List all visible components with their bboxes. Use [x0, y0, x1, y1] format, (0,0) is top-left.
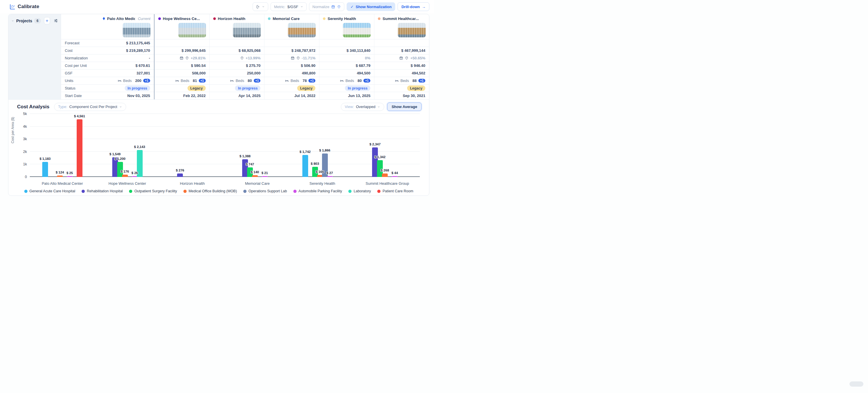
normalization-cell: +29.81%	[155, 54, 210, 62]
project-column-3: Horizon Health$ 68,925,068+13.99%$ 275.7…	[210, 14, 265, 99]
bar-value-label: $ 26	[131, 171, 138, 175]
bar-value-label: $ 803	[311, 162, 319, 165]
project-column-header[interactable]: Palo Alto Medical ...Current	[99, 14, 154, 23]
forecast-cell	[265, 39, 319, 47]
units-extra-badge: +1	[308, 79, 315, 83]
filter-sliders-icon[interactable]	[54, 18, 58, 23]
show-average-button[interactable]: Show Average	[387, 103, 422, 111]
location-icon	[240, 56, 244, 60]
status-badge: In progress	[345, 85, 370, 91]
forecast-cell	[374, 39, 429, 47]
bar-rehabilitation-hospital[interactable]	[177, 173, 183, 177]
y-tick-4k: 4k	[23, 124, 27, 129]
metric-dropdown[interactable]: Metric: $/GSF	[271, 2, 307, 11]
units-cell: Beds88+1	[374, 77, 429, 84]
gsf-cell: 250,000	[210, 69, 265, 77]
project-name: Horizon Health	[218, 17, 245, 21]
bar-value-label: $ 2,347	[370, 142, 380, 146]
normalization-cell: -11.71%	[265, 54, 319, 62]
project-column-2: Hope Wellness Ce...$ 299,996,645+29.81%$…	[155, 14, 210, 99]
y-axis-label: Cost per Area ($)	[11, 117, 15, 143]
y-tick-2k: 2k	[23, 150, 27, 154]
project-column-header[interactable]: Memorial Care	[265, 14, 319, 23]
cost-per-unit-cell: $ 946.40	[374, 62, 429, 69]
project-column-header[interactable]: Serenity Health	[319, 14, 374, 23]
units-cell: Beds81+1	[155, 77, 210, 84]
export-button[interactable]	[253, 2, 268, 11]
bar-automobile-parking-facility[interactable]	[392, 176, 398, 177]
cost-per-unit-cell: $ 590.54	[155, 62, 210, 69]
project-column-header[interactable]: Horizon Health	[210, 14, 265, 23]
start-date-cell: Feb 22, 2022	[155, 92, 210, 99]
project-column-4: Memorial Care$ 248,787,972-11.71%$ 506.9…	[264, 14, 319, 99]
chart-plot-area: 01k2k3k4k5k$ 1,183$ 1,742$ 1,549$ 276$ 1…	[30, 114, 420, 177]
type-value: Component Cost Per Project	[69, 105, 117, 109]
units-type-label: Beds	[123, 79, 132, 83]
project-photo-row	[210, 23, 265, 39]
category-label: Serenity Health	[290, 181, 355, 186]
status-cell: Legacy	[265, 84, 319, 92]
project-column-header[interactable]: Hope Wellness Ce...	[155, 14, 210, 23]
category-label: Hope Wellness Center	[95, 181, 160, 186]
add-project-button[interactable]: +	[44, 17, 50, 24]
normalization-percent: -	[149, 56, 150, 60]
units-cell: Beds78+1	[265, 77, 319, 84]
units-extra-badge: +1	[418, 79, 425, 83]
bar-automobile-parking-facility[interactable]	[262, 176, 268, 177]
project-name: Palo Alto Medical ...	[107, 17, 135, 21]
forecast-cell	[210, 39, 265, 47]
cost-cell: $ 340,113,840	[319, 47, 374, 54]
status-badge: Legacy	[187, 85, 206, 91]
bed-icon	[175, 79, 179, 83]
bar-medical-office-building-mob-[interactable]	[122, 175, 128, 177]
bed-icon	[285, 79, 289, 83]
bar-automobile-parking-facility[interactable]	[67, 176, 73, 177]
project-column-header[interactable]: Summit Healthcar...	[374, 14, 429, 23]
units-cell: Beds200+1	[99, 77, 154, 84]
project-photo	[123, 23, 151, 37]
project-color-dot	[323, 18, 326, 20]
cost-cell: $ 299,996,645	[155, 47, 210, 54]
location-pin-icon[interactable]	[337, 5, 341, 9]
bar-value-label: $ 276	[176, 169, 184, 172]
show-normalization-button[interactable]: ✓ Show Normalization	[347, 2, 395, 11]
bar-outpatient-surgery-facility[interactable]	[117, 162, 123, 177]
normalization-cell: +13.99%	[210, 54, 265, 62]
project-name: Hope Wellness Ce...	[163, 17, 200, 21]
drilldown-button[interactable]: Drill-down →	[398, 2, 429, 11]
bar-medical-office-building-mob-[interactable]	[57, 175, 63, 177]
forecast-cell	[319, 39, 374, 47]
row-label-cost-per-unit: Cost per Unit	[61, 62, 99, 69]
collapse-chevron-icon[interactable]	[11, 19, 14, 23]
bar-value-label: $ 1,183	[40, 157, 51, 161]
category-label: Summit Healthcare Group	[355, 181, 420, 186]
gsf-cell: 494,502	[374, 69, 429, 77]
project-photo	[398, 23, 426, 37]
main-card: Projects 6 + ForecastCostNormalizationCo…	[8, 14, 429, 196]
bar-patient-care-room[interactable]	[77, 119, 83, 177]
bar-value-label: $ 747	[246, 163, 254, 166]
metric-prefix: Metric:	[274, 5, 285, 9]
bar-medical-office-building-mob-[interactable]	[382, 173, 388, 177]
project-name: Summit Healthcar...	[382, 17, 418, 21]
calendar-check-icon[interactable]	[331, 5, 335, 9]
bar-general-acute-care-hospital[interactable]	[42, 162, 48, 177]
start-date-cell: Jun 13, 2025	[319, 92, 374, 99]
units-cell: Beds80+1	[319, 77, 374, 84]
bar-general-acute-care-hospital[interactable]	[302, 155, 308, 177]
normalization-percent: 0%	[365, 56, 370, 60]
normalize-control[interactable]: Normalize	[309, 2, 345, 11]
status-badge: Legacy	[407, 85, 425, 91]
cost-cell: $ 219,289,170	[99, 47, 154, 54]
chart-type-dropdown[interactable]: Type: Component Cost Per Project	[54, 103, 126, 111]
projects-count-badge: 6	[34, 18, 41, 24]
file-export-icon	[256, 5, 260, 9]
bed-icon	[395, 79, 399, 83]
bar-medical-office-building-mob-[interactable]	[252, 175, 258, 177]
bar-automobile-parking-facility[interactable]	[327, 176, 333, 177]
units-type-label: Beds	[345, 79, 354, 83]
category-label: Palo Alto Medical Center	[30, 181, 95, 186]
status-badge: In progress	[125, 85, 150, 91]
project-color-dot	[103, 17, 105, 20]
chart-view-dropdown[interactable]: View: Overlapped	[341, 103, 384, 111]
